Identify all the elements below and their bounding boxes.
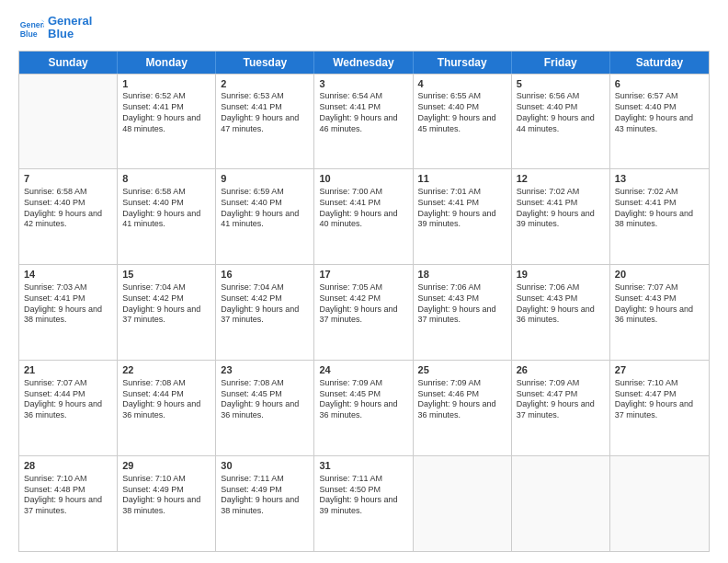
calendar-cell: 1Sunrise: 6:52 AMSunset: 4:41 PMDaylight… bbox=[118, 75, 216, 169]
day-info: Sunrise: 7:03 AMSunset: 4:41 PMDaylight:… bbox=[24, 282, 112, 326]
day-info: Sunrise: 7:07 AMSunset: 4:43 PMDaylight:… bbox=[615, 282, 704, 326]
calendar-cell: 23Sunrise: 7:08 AMSunset: 4:45 PMDayligh… bbox=[216, 361, 314, 455]
calendar-cell: 15Sunrise: 7:04 AMSunset: 4:42 PMDayligh… bbox=[118, 265, 216, 360]
day-info: Sunrise: 7:01 AMSunset: 4:41 PMDaylight:… bbox=[418, 187, 506, 230]
day-number: 31 bbox=[319, 459, 407, 473]
calendar-cell: 17Sunrise: 7:05 AMSunset: 4:42 PMDayligh… bbox=[314, 265, 413, 360]
calendar-cell: 20Sunrise: 7:07 AMSunset: 4:43 PMDayligh… bbox=[610, 265, 709, 360]
cal-header-cell: Sunday bbox=[19, 52, 118, 74]
calendar-cell: 28Sunrise: 7:10 AMSunset: 4:48 PMDayligh… bbox=[19, 456, 118, 551]
day-info: Sunrise: 7:06 AMSunset: 4:43 PMDaylight:… bbox=[517, 282, 605, 326]
day-number: 15 bbox=[122, 268, 210, 282]
logo: General Blue General Blue bbox=[18, 15, 92, 41]
day-info: Sunrise: 7:08 AMSunset: 4:44 PMDaylight:… bbox=[122, 378, 210, 421]
day-number: 23 bbox=[221, 363, 309, 377]
day-number: 22 bbox=[122, 363, 210, 377]
calendar-cell: 26Sunrise: 7:09 AMSunset: 4:47 PMDayligh… bbox=[512, 361, 610, 455]
calendar-cell: 9Sunrise: 6:59 AMSunset: 4:40 PMDaylight… bbox=[216, 169, 314, 264]
calendar-cell: 7Sunrise: 6:58 AMSunset: 4:40 PMDaylight… bbox=[19, 169, 118, 264]
day-number: 25 bbox=[418, 363, 506, 377]
day-info: Sunrise: 7:09 AMSunset: 4:47 PMDaylight:… bbox=[517, 378, 605, 421]
calendar-header-row: SundayMondayTuesdayWednesdayThursdayFrid… bbox=[19, 52, 709, 74]
cal-header-cell: Wednesday bbox=[314, 52, 413, 74]
day-number: 11 bbox=[418, 172, 506, 186]
calendar-week: 14Sunrise: 7:03 AMSunset: 4:41 PMDayligh… bbox=[19, 264, 709, 360]
day-info: Sunrise: 6:55 AMSunset: 4:40 PMDaylight:… bbox=[418, 91, 506, 134]
day-number: 1 bbox=[122, 77, 210, 91]
day-info: Sunrise: 7:06 AMSunset: 4:43 PMDaylight:… bbox=[418, 282, 506, 326]
calendar-cell: 22Sunrise: 7:08 AMSunset: 4:44 PMDayligh… bbox=[118, 361, 216, 455]
cal-header-cell: Monday bbox=[118, 52, 216, 74]
day-number: 6 bbox=[615, 77, 704, 91]
cal-header-cell: Friday bbox=[512, 52, 610, 74]
calendar-cell bbox=[610, 456, 709, 551]
day-info: Sunrise: 7:11 AMSunset: 4:50 PMDaylight:… bbox=[319, 474, 407, 517]
calendar-cell: 8Sunrise: 6:58 AMSunset: 4:40 PMDaylight… bbox=[118, 169, 216, 264]
day-number: 4 bbox=[418, 77, 506, 91]
calendar-cell: 2Sunrise: 6:53 AMSunset: 4:41 PMDaylight… bbox=[216, 75, 314, 169]
logo-text-general: General bbox=[48, 15, 92, 28]
day-info: Sunrise: 7:09 AMSunset: 4:45 PMDaylight:… bbox=[319, 378, 407, 421]
calendar-cell: 25Sunrise: 7:09 AMSunset: 4:46 PMDayligh… bbox=[414, 361, 512, 455]
day-number: 18 bbox=[418, 268, 506, 282]
day-number: 21 bbox=[24, 363, 112, 377]
day-info: Sunrise: 7:10 AMSunset: 4:47 PMDaylight:… bbox=[615, 378, 704, 421]
day-info: Sunrise: 6:52 AMSunset: 4:41 PMDaylight:… bbox=[122, 91, 210, 134]
day-info: Sunrise: 7:02 AMSunset: 4:41 PMDaylight:… bbox=[517, 187, 605, 230]
day-info: Sunrise: 7:02 AMSunset: 4:41 PMDaylight:… bbox=[615, 187, 704, 230]
day-number: 10 bbox=[319, 172, 407, 186]
cal-header-cell: Tuesday bbox=[216, 52, 314, 74]
day-number: 13 bbox=[615, 172, 704, 186]
calendar-cell: 24Sunrise: 7:09 AMSunset: 4:45 PMDayligh… bbox=[314, 361, 413, 455]
day-info: Sunrise: 6:59 AMSunset: 4:40 PMDaylight:… bbox=[221, 187, 309, 230]
day-info: Sunrise: 7:07 AMSunset: 4:44 PMDaylight:… bbox=[24, 378, 112, 421]
day-info: Sunrise: 7:05 AMSunset: 4:42 PMDaylight:… bbox=[319, 282, 407, 326]
day-info: Sunrise: 7:10 AMSunset: 4:48 PMDaylight:… bbox=[24, 474, 112, 517]
day-info: Sunrise: 7:10 AMSunset: 4:49 PMDaylight:… bbox=[122, 474, 210, 517]
svg-text:General: General bbox=[20, 20, 44, 29]
calendar-body: 1Sunrise: 6:52 AMSunset: 4:41 PMDaylight… bbox=[19, 74, 709, 551]
calendar-cell: 10Sunrise: 7:00 AMSunset: 4:41 PMDayligh… bbox=[314, 169, 413, 264]
day-info: Sunrise: 6:58 AMSunset: 4:40 PMDaylight:… bbox=[24, 187, 112, 230]
logo-text-blue: Blue bbox=[48, 28, 92, 40]
day-number: 16 bbox=[221, 268, 309, 282]
day-number: 19 bbox=[517, 268, 605, 282]
day-number: 24 bbox=[319, 363, 407, 377]
calendar-week: 1Sunrise: 6:52 AMSunset: 4:41 PMDaylight… bbox=[19, 74, 709, 169]
calendar-week: 21Sunrise: 7:07 AMSunset: 4:44 PMDayligh… bbox=[19, 360, 709, 455]
header: General Blue General Blue bbox=[18, 15, 710, 41]
day-info: Sunrise: 7:04 AMSunset: 4:42 PMDaylight:… bbox=[122, 282, 210, 326]
day-info: Sunrise: 7:08 AMSunset: 4:45 PMDaylight:… bbox=[221, 378, 309, 421]
calendar-cell bbox=[414, 456, 512, 551]
calendar-cell: 6Sunrise: 6:57 AMSunset: 4:40 PMDaylight… bbox=[610, 75, 709, 169]
day-number: 9 bbox=[221, 172, 309, 186]
day-number: 28 bbox=[24, 459, 112, 473]
calendar-cell: 5Sunrise: 6:56 AMSunset: 4:40 PMDaylight… bbox=[512, 75, 610, 169]
day-info: Sunrise: 7:04 AMSunset: 4:42 PMDaylight:… bbox=[221, 282, 309, 326]
day-info: Sunrise: 6:58 AMSunset: 4:40 PMDaylight:… bbox=[122, 187, 210, 230]
day-number: 7 bbox=[24, 172, 112, 186]
day-info: Sunrise: 7:09 AMSunset: 4:46 PMDaylight:… bbox=[418, 378, 506, 421]
day-number: 26 bbox=[517, 363, 605, 377]
calendar: SundayMondayTuesdayWednesdayThursdayFrid… bbox=[18, 51, 710, 552]
day-number: 20 bbox=[615, 268, 704, 282]
day-number: 3 bbox=[319, 77, 407, 91]
day-number: 30 bbox=[221, 459, 309, 473]
cal-header-cell: Saturday bbox=[610, 52, 709, 74]
calendar-cell: 19Sunrise: 7:06 AMSunset: 4:43 PMDayligh… bbox=[512, 265, 610, 360]
day-info: Sunrise: 6:53 AMSunset: 4:41 PMDaylight:… bbox=[221, 91, 309, 134]
calendar-cell: 11Sunrise: 7:01 AMSunset: 4:41 PMDayligh… bbox=[414, 169, 512, 264]
calendar-cell bbox=[19, 75, 118, 169]
day-info: Sunrise: 7:00 AMSunset: 4:41 PMDaylight:… bbox=[319, 187, 407, 230]
calendar-cell: 16Sunrise: 7:04 AMSunset: 4:42 PMDayligh… bbox=[216, 265, 314, 360]
calendar-cell: 18Sunrise: 7:06 AMSunset: 4:43 PMDayligh… bbox=[414, 265, 512, 360]
day-info: Sunrise: 7:11 AMSunset: 4:49 PMDaylight:… bbox=[221, 474, 309, 517]
day-number: 12 bbox=[517, 172, 605, 186]
calendar-cell: 3Sunrise: 6:54 AMSunset: 4:41 PMDaylight… bbox=[314, 75, 413, 169]
day-number: 29 bbox=[122, 459, 210, 473]
day-number: 27 bbox=[615, 363, 704, 377]
calendar-cell: 27Sunrise: 7:10 AMSunset: 4:47 PMDayligh… bbox=[610, 361, 709, 455]
calendar-week: 7Sunrise: 6:58 AMSunset: 4:40 PMDaylight… bbox=[19, 168, 709, 264]
calendar-cell: 31Sunrise: 7:11 AMSunset: 4:50 PMDayligh… bbox=[314, 456, 413, 551]
calendar-cell: 13Sunrise: 7:02 AMSunset: 4:41 PMDayligh… bbox=[610, 169, 709, 264]
